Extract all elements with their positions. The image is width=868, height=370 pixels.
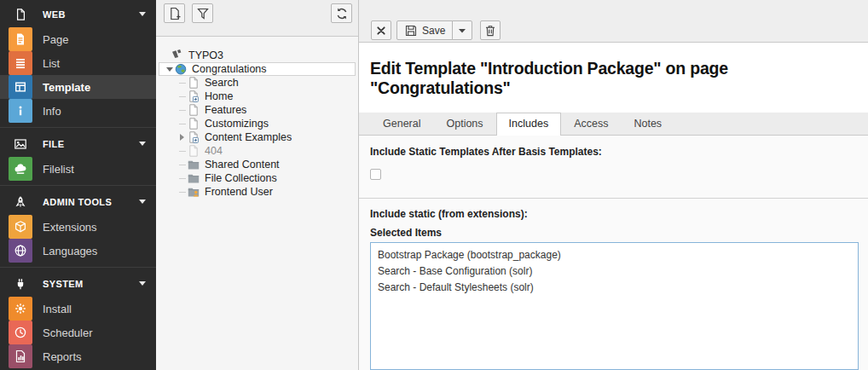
listbox-option[interactable]: Bootstrap Package (bootstrap_package) [371,246,858,263]
selected-items-listbox[interactable]: Bootstrap Package (bootstrap_package)Sea… [370,242,859,370]
sidebar-item-template[interactable]: Template [0,75,156,99]
sidebar-section-header-admin-tools[interactable]: ADMIN TOOLS [0,189,156,215]
tree-connector [177,144,187,158]
tree-item-file-collections[interactable]: File Collections [159,171,356,185]
tree-connector [177,158,187,171]
sidebar-item-scheduler[interactable]: Scheduler [0,321,156,344]
sidebar-item-extensions[interactable]: Extensions [0,215,156,239]
section-static-after-basis: Include Static Templates After Basis Tem… [359,136,868,199]
section-include-static-extensions: Include static (from extensions): Select… [359,199,868,370]
page-icon [187,103,200,117]
tree-item-label: 404 [205,144,223,158]
page-icon [187,76,200,90]
tree-connector [177,103,187,117]
sidebar-section-header-file[interactable]: FILE [0,131,156,157]
page-shortcut-icon [187,130,200,144]
edit-form: Edit Template "Introduction Package" on … [359,43,868,370]
refresh-icon [335,7,349,20]
sidebar-item-label: Languages [43,245,97,257]
tree-item-typo3[interactable]: TYPO3 [159,49,356,62]
tree-item-label: Frontend User [205,185,273,199]
sidebar-item-label: Filelist [43,163,74,176]
tree-item-label: Shared Content [205,158,280,171]
caret-collapsed-icon [180,134,184,141]
tree-item-features[interactable]: Features [159,103,356,117]
new-page-button[interactable] [164,3,185,23]
caret-expanded-icon [166,67,173,72]
sidebar-item-label: Scheduler [43,327,93,339]
tab-general[interactable]: General [370,113,433,135]
folder-icon [187,171,200,185]
languages-module-icon [9,239,32,263]
tree-item-label: Content Examples [205,130,292,144]
filter-button[interactable] [192,3,213,23]
new-record-icon [168,7,182,20]
admin-tools-section-icon [9,190,32,214]
sidebar-item-page[interactable]: Page [0,27,156,51]
sidebar-section-header-web[interactable]: WEB [0,2,156,27]
tab-access[interactable]: Access [561,113,621,135]
chevron-down-icon [139,281,146,286]
tab-notes[interactable]: Notes [621,113,674,135]
filelist-module-icon [9,157,32,181]
tree-item-404[interactable]: 404 [159,144,356,158]
sidebar-section-header-system[interactable]: SYSTEM [0,271,156,297]
sidebar-item-install[interactable]: Install [0,297,156,321]
tree-item-content-examples[interactable]: Content Examples [159,130,356,144]
sidebar-item-languages[interactable]: Languages [0,239,156,263]
include-static-after-checkbox[interactable] [370,169,381,180]
tree-item-label: File Collections [205,171,277,185]
globe-icon [174,62,188,76]
chevron-down-icon [139,199,146,204]
module-sidebar: WEBPageListTemplateInfoFILEFilelistADMIN… [0,0,156,370]
sidebar-item-label: List [43,57,60,70]
content-panel: Save Edit Template "Introduction Package… [359,0,868,370]
save-dropdown-button[interactable] [452,20,472,40]
sidebar-section-admin-tools: ADMIN TOOLSExtensionsLanguages [0,185,156,264]
sidebar-section-label: SYSTEM [43,279,84,289]
tree-connector [177,76,187,90]
refresh-button[interactable] [331,3,352,23]
tab-includes[interactable]: Includes [496,113,562,136]
tab-bar: GeneralOptionsIncludesAccessNotes [359,113,868,136]
tree-item-home[interactable]: Home [159,90,356,103]
page-icon [187,144,200,158]
sidebar-item-reports[interactable]: Reports [0,344,156,368]
close-icon [374,24,388,38]
close-button[interactable] [371,20,391,40]
info-module-icon [9,99,32,123]
install-module-icon [9,297,32,321]
sidebar-item-label: Page [43,33,68,46]
page-module-icon [9,27,32,51]
selected-items-label: Selected Items [370,227,868,239]
chevron-down-icon [139,142,146,146]
listbox-option[interactable]: Search - Default Stylesheets (solr) [371,279,858,295]
include-static-after-label: Include Static Templates After Basis Tem… [370,146,857,158]
tree-item-label: Home [205,90,233,103]
sidebar-item-list[interactable]: List [0,51,156,75]
listbox-option[interactable]: Search - Base Configuration (solr) [371,263,858,279]
tree-item-label: Search [205,76,239,90]
save-button[interactable]: Save [396,20,453,40]
tree-item-frontend-user[interactable]: Frontend User [159,185,356,199]
page-shortcut-icon [187,90,200,103]
sidebar-item-filelist[interactable]: Filelist [0,157,156,181]
extensions-module-icon [9,215,32,239]
tree-item-congratulations[interactable]: Congratulations [159,62,356,76]
tree-item-search[interactable]: Search [159,76,356,90]
list-module-icon [9,51,32,75]
page-tree: TYPO3CongratulationsSearchHomeFeaturesCu… [156,37,358,370]
web-section-icon [9,3,32,26]
delete-button[interactable] [480,20,501,40]
tab-options[interactable]: Options [433,113,495,135]
filter-icon [196,7,210,20]
save-button-label: Save [422,25,445,37]
sidebar-item-info[interactable]: Info [0,99,156,123]
template-module-icon [9,75,32,99]
tree-expand-toggle[interactable] [177,130,187,144]
tree-item-customizings[interactable]: Customizings [159,117,356,130]
folder-icon [187,158,200,171]
tree-collapse-toggle[interactable] [165,62,174,76]
tree-item-shared-content[interactable]: Shared Content [159,158,356,171]
tree-connector [177,117,187,130]
